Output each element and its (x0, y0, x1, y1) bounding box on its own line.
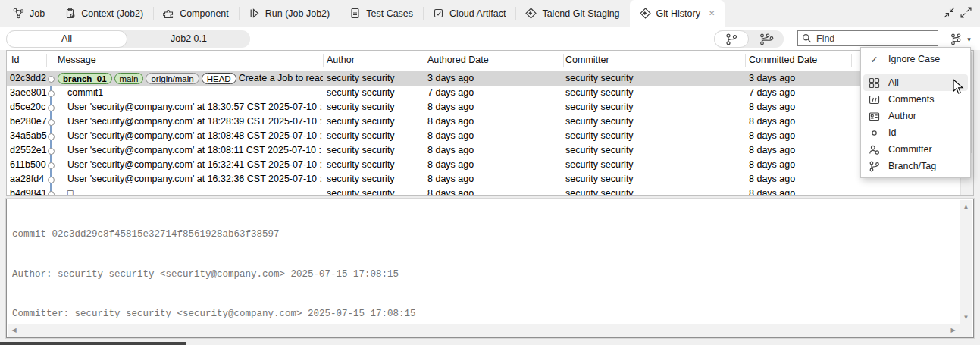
tab-job[interactable]: Job (3, 0, 55, 27)
commit-graph-node (48, 105, 55, 111)
menu-item-label: Author (888, 111, 916, 121)
branch-tree-toggle[interactable] (749, 30, 784, 48)
menu-item-id[interactable]: Id (861, 124, 970, 141)
branch-simple-toggle[interactable] (714, 30, 749, 48)
author: security security (327, 172, 424, 187)
run-icon (249, 8, 260, 19)
tab-label: Job (30, 8, 45, 19)
expand-icon[interactable] (960, 7, 972, 18)
column-header-committed-date[interactable]: Committed Date (749, 51, 817, 70)
commit-id: d5ce20c (10, 100, 48, 114)
table-row[interactable]: d2552e1 User 'security@company.com' at 1… (7, 143, 961, 158)
table-row[interactable]: 02c3dd2 branch_01 main origin/main HEAD … (7, 71, 961, 86)
commit-id: 02c3dd2 (10, 71, 48, 86)
committed-date: 7 days ago (749, 86, 851, 100)
branch-tree-icon (759, 33, 774, 45)
collapse-icon[interactable] (944, 7, 955, 18)
badge-branch-main: main (114, 73, 144, 84)
committed-date: 8 days ago (749, 158, 851, 172)
committer: security security (565, 187, 744, 196)
tab-git-history[interactable]: Git History ✕ (630, 0, 725, 27)
scroll-left-icon[interactable]: ◀ (8, 324, 20, 337)
column-header-author[interactable]: Author (327, 51, 355, 70)
tab-label: Run (Job Job2) (265, 8, 330, 19)
scroll-right-icon[interactable]: ▶ (947, 324, 960, 337)
commit-graph-node (48, 133, 55, 140)
tab-label: Context (Job2) (81, 8, 143, 19)
commit-message: User 'security@company.com' at 18:08:11 … (67, 143, 323, 158)
author: security security (327, 143, 424, 158)
committer: security security (565, 129, 744, 143)
table-row[interactable]: aa28fd4 User 'security@company.com' at 1… (7, 172, 961, 187)
menu-item-committer[interactable]: Committer (861, 141, 970, 158)
menu-item-branch-tag[interactable]: Branch/Tag (861, 158, 970, 174)
column-header-committer[interactable]: Committer (565, 51, 609, 70)
commit-message: User 'security@company.com' at 18:08:48 … (67, 129, 323, 143)
detail-horizontal-scrollbar[interactable]: ◀ ▶ (8, 324, 960, 337)
tab-label: Cloud Artifact (449, 8, 506, 19)
scroll-up-icon[interactable]: ▲ (960, 200, 972, 213)
committer: security security (565, 114, 744, 129)
column-divider (323, 54, 324, 67)
table-row[interactable]: 34a5ab5 User 'security@company.com' at 1… (7, 129, 961, 143)
branch-filter-icon (950, 33, 965, 45)
tab-component[interactable]: Component (153, 0, 239, 27)
tab-context[interactable]: Context (Job2) (55, 0, 153, 27)
tab-label: Talend Git Staging (542, 8, 619, 19)
find-input[interactable] (815, 33, 934, 45)
committed-date: 8 days ago (749, 114, 851, 129)
commit-message: □ (67, 187, 323, 196)
column-header-authored-date[interactable]: Authored Date (427, 51, 489, 70)
table-row[interactable]: 3aee801 commit1 security security 7 days… (7, 86, 961, 100)
column-header-message[interactable]: Message (58, 51, 96, 70)
find-searchbox[interactable] (797, 30, 938, 46)
table-row[interactable]: d5ce20c User 'security@company.com' at 1… (7, 100, 961, 114)
mouse-cursor (953, 79, 965, 96)
committed-date: 3 days ago (749, 71, 851, 86)
commit-message: User 'security@company.com' at 18:28:39 … (67, 114, 323, 129)
menu-separator (862, 71, 969, 71)
menu-item-ignore-case[interactable]: ✓ Ignore Case (861, 51, 970, 67)
author: security security (327, 158, 424, 172)
author-line: Author: security security <security@comp… (12, 268, 957, 282)
committer: security security (565, 86, 744, 100)
tab-run[interactable]: Run (Job Job2) (239, 0, 340, 27)
commit-id: 3aee801 (10, 86, 48, 100)
authored-date: 3 days ago (427, 71, 560, 86)
taskbar-fragment (0, 342, 186, 345)
menu-item-label: All (888, 77, 899, 88)
commit-graph-node (48, 177, 55, 183)
commit-id: 34a5ab5 (10, 129, 48, 143)
scope-job-button[interactable]: Job2 0.1 (127, 30, 250, 48)
detail-vertical-scrollbar[interactable]: ▲ ▼ (960, 200, 972, 324)
table-row[interactable]: 611b500 User 'security@company.com' at 1… (7, 158, 961, 172)
job-icon (13, 8, 24, 19)
commit-message: User 'security@company.com' at 16:32:36 … (67, 172, 323, 187)
tab-talend-git-staging[interactable]: Talend Git Staging (515, 0, 629, 27)
scroll-down-icon[interactable]: ▼ (960, 311, 972, 324)
column-header-id[interactable]: Id (11, 51, 19, 70)
committer-line: Committer: security security <security@c… (12, 308, 957, 321)
menu-item-author[interactable]: Author (861, 108, 970, 124)
column-divider (851, 54, 852, 67)
badge-branch-local: branch_01 (58, 73, 112, 84)
authored-date: 8 days ago (427, 100, 560, 114)
column-divider (745, 54, 746, 67)
scope-all-button[interactable]: All (6, 30, 127, 48)
table-row[interactable]: be280e7 User 'security@company.com' at 1… (7, 114, 961, 129)
close-icon[interactable]: ✕ (709, 9, 715, 17)
tab-cloud-artifact[interactable]: Cloud Artifact (423, 0, 515, 27)
table-row[interactable]: b4d9841 □ security security 8 days ago s… (7, 187, 961, 196)
branch-icon (868, 161, 881, 172)
filter-dropdown-button[interactable]: ▾ (946, 30, 975, 48)
commit-message: User 'security@company.com' at 18:30:57 … (67, 100, 323, 114)
menu-item-label: Id (888, 127, 896, 138)
commit-graph-node (48, 162, 55, 169)
authored-date: 8 days ago (427, 172, 560, 187)
tab-test-cases[interactable]: Test Cases (340, 0, 423, 27)
author: security security (327, 71, 424, 86)
committer: security security (565, 172, 744, 187)
author: security security (327, 114, 424, 129)
authored-date: 8 days ago (427, 114, 560, 129)
view-tab-bar: Job Context (Job2) Component Run (Job Jo… (0, 0, 980, 27)
